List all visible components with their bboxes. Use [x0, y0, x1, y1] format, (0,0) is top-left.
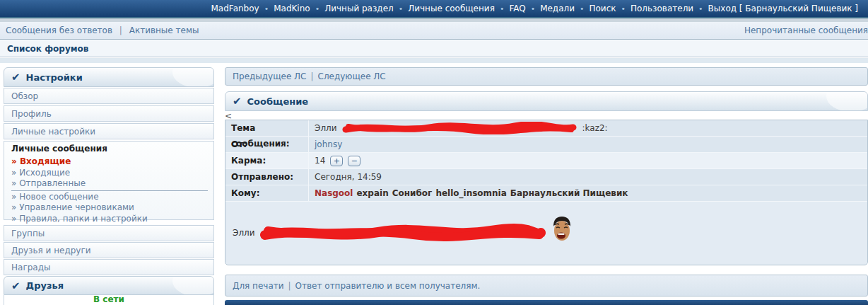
- sidebar-friends-title: Друзья: [26, 280, 64, 291]
- quick-links-left: Сообщения без ответов | Активные темы: [0, 25, 199, 35]
- message-details-table: Тема сообщения: Элли :kaz2: От: johnsy К…: [225, 120, 868, 265]
- table-row-karma: Карма: 14 + −: [225, 153, 867, 169]
- sidebar-settings-title: Настройки: [26, 72, 83, 83]
- sidebar-item-overview[interactable]: Обзор: [4, 88, 214, 104]
- sidebar-item-label: Награды: [11, 263, 50, 272]
- check-icon: ✔: [11, 280, 20, 292]
- recipient-username[interactable]: Барнаульский Пищевик: [510, 185, 628, 201]
- message-body-text: Элли: [233, 228, 255, 238]
- forum-index-link[interactable]: Список форумов: [0, 44, 88, 54]
- recipient-username[interactable]: Nasgool: [315, 185, 353, 201]
- redaction-scribble: [341, 122, 578, 134]
- breadcrumb: Список форумов: [0, 40, 868, 57]
- sidebar-private-messages-group: Личные сообщения » Входящие » Исходящие …: [4, 141, 214, 220]
- sent-timestamp: Сегодня, 14:59: [315, 169, 382, 185]
- sidebar-item-label: » Правила, папки и настройки: [11, 214, 148, 224]
- forum-pm-page: MadFanboy • MadKino • Личный раздел • Ли…: [0, 0, 868, 305]
- sidebar-item-drafts[interactable]: » Управление черновиками: [11, 202, 213, 214]
- header-swoosh-decoration: [172, 67, 214, 87]
- nav-madfanboy[interactable]: MadFanboy: [211, 4, 259, 13]
- karma-plus-button[interactable]: +: [330, 156, 343, 166]
- header-swoosh-decoration: [826, 91, 868, 111]
- recipient-username[interactable]: Сонибог: [392, 185, 433, 201]
- subject-value: Элли :kaz2:: [309, 120, 867, 136]
- nav-users[interactable]: Пользователи: [631, 4, 693, 13]
- nav-bullet: •: [531, 4, 536, 13]
- check-icon: ✔: [233, 95, 242, 108]
- sender-username-link[interactable]: johnsy: [315, 137, 342, 152]
- breadcrumb-lower-strip: [0, 58, 868, 63]
- next-pm-link[interactable]: Следующее ЛС: [318, 71, 386, 81]
- sidebar-item-label: Профиль: [11, 109, 52, 119]
- sidebar-item-awards[interactable]: Награды: [4, 259, 214, 275]
- nav-private-messages[interactable]: Личные сообщения: [408, 4, 495, 13]
- subject-smiley-code: :kaz2:: [582, 120, 608, 136]
- nav-bullet: •: [399, 4, 404, 13]
- redaction-scribble: [258, 221, 548, 245]
- sidebar-item-groups[interactable]: Группы: [4, 225, 214, 241]
- sidebar-item-label: » Новое сообщение: [11, 192, 99, 202]
- sidebar-item-friends-foes[interactable]: Друзья и недруги: [4, 242, 214, 258]
- table-row-subject: Тема сообщения: Элли :kaz2:: [225, 120, 867, 137]
- nav-faq[interactable]: FAQ: [509, 4, 525, 13]
- karma-label: Карма:: [225, 153, 309, 168]
- nav-logout[interactable]: Выход [ Барнаульский Пищевик ]: [708, 4, 858, 13]
- nav-bullet: •: [315, 4, 320, 13]
- active-topics-link[interactable]: Активные темы: [129, 25, 199, 35]
- next-section-header-strip: [225, 300, 868, 305]
- sidebar-friends-header: ✔ Друзья: [4, 276, 214, 295]
- separator: |: [310, 71, 313, 81]
- pm-navigation-bar: Предыдущее ЛС | Следующее ЛС: [225, 67, 868, 86]
- sidebar-item-label: » Исходящие: [11, 168, 70, 178]
- reply-all-link[interactable]: Ответ отправителю и всем получателям.: [295, 281, 481, 291]
- sidebar-item-personal-settings[interactable]: Личные настройки: [4, 123, 214, 139]
- sidebar-item-label: » Управление черновиками: [11, 202, 134, 212]
- sidebar-item-label: » Отправленные: [11, 178, 86, 188]
- nav-bullet: •: [500, 4, 505, 13]
- separator: |: [288, 281, 291, 291]
- sent-label: Отправлено:: [225, 169, 309, 185]
- sidebar-item-profile[interactable]: Профиль: [4, 105, 214, 122]
- top-navbar: MadFanboy • MadKino • Личный раздел • Ли…: [0, 0, 868, 17]
- subject-label: Тема сообщения:: [225, 120, 309, 136]
- recipient-username[interactable]: hello_insomnia: [435, 185, 506, 201]
- message-body: Элли: [225, 202, 867, 263]
- sidebar-item-inbox[interactable]: » Входящие: [11, 156, 213, 168]
- nav-medals[interactable]: Медали: [540, 4, 575, 13]
- sidebar-item-rules-folders[interactable]: » Правила, папки и настройки: [11, 214, 213, 225]
- karma-minus-button[interactable]: −: [348, 156, 360, 166]
- check-icon: ✔: [11, 71, 20, 84]
- sidebar-item-new-message[interactable]: » Новое сообщение: [11, 192, 213, 203]
- sidebar-item-label: Группы: [11, 229, 45, 238]
- recipient-username[interactable]: expain: [356, 185, 388, 201]
- nav-bullet: •: [264, 4, 269, 13]
- unanswered-posts-link[interactable]: Сообщения без ответов: [6, 25, 112, 35]
- nav-bullet: •: [698, 4, 703, 13]
- sidebar-item-sent[interactable]: » Отправленные: [11, 178, 213, 190]
- from-label: От:: [225, 137, 309, 152]
- message-panel-header: ✔ Сообщение: [225, 91, 868, 111]
- header-swoosh-decoration: [172, 276, 214, 295]
- sidebar-item-label: Обзор: [11, 91, 38, 101]
- sidebar-group-title: Личные сообщения: [11, 143, 213, 156]
- nav-madkino[interactable]: MadKino: [274, 4, 310, 13]
- karma-value: 14 + −: [309, 153, 867, 168]
- table-row-from: От: johnsy: [225, 137, 867, 153]
- nav-personal-section[interactable]: Личный раздел: [324, 4, 394, 13]
- sidebar-item-outbox[interactable]: » Исходящие: [11, 168, 213, 179]
- karma-count: 14: [315, 153, 325, 168]
- quick-links-bar: Сообщения без ответов | Активные темы Не…: [0, 22, 868, 40]
- sidebar-item-label: Личные настройки: [11, 127, 95, 137]
- to-label: Кому:: [225, 185, 309, 201]
- previous-pm-link[interactable]: Предыдущее ЛС: [233, 71, 306, 81]
- unread-messages-link[interactable]: Непрочитанные сообщения: [744, 25, 868, 35]
- table-row-to: Кому: Nasgool expain Сонибог hello_insom…: [225, 185, 867, 202]
- print-view-link[interactable]: Для печати: [233, 281, 284, 291]
- quick-links-right: Непрочитанные сообщения: [744, 25, 868, 35]
- from-value: johnsy: [309, 137, 867, 152]
- separator: |: [119, 25, 122, 35]
- sidebar-item-label: » Входящие: [11, 156, 71, 166]
- sidebar-item-label: Друзья и недруги: [11, 246, 91, 255]
- nav-search[interactable]: Поиск: [589, 4, 616, 13]
- subject-text: Элли: [315, 120, 337, 136]
